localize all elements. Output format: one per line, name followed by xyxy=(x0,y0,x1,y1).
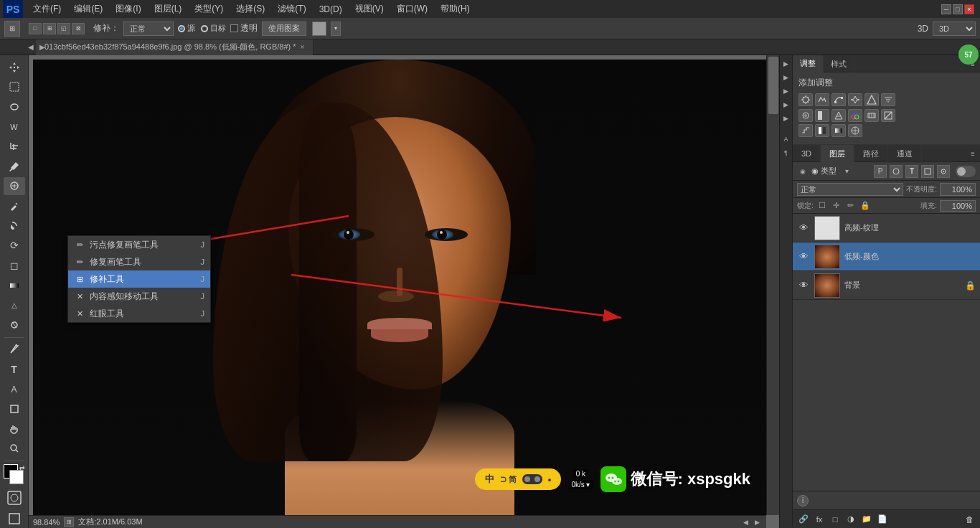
vertical-scrollbar[interactable] xyxy=(766,55,779,515)
heal-tool[interactable] xyxy=(4,177,25,196)
tab-layers[interactable]: 图层 xyxy=(821,145,854,162)
panel-icon-3[interactable]: ▶ xyxy=(781,85,792,97)
target-radio[interactable]: 目标 xyxy=(201,23,226,34)
layer-eye-low[interactable]: 👁 xyxy=(797,250,810,263)
adj-posterize[interactable] xyxy=(798,124,813,137)
adj-exposure[interactable] xyxy=(848,93,862,106)
v-scroll-thumb[interactable] xyxy=(768,57,778,114)
dodge-tool[interactable] xyxy=(4,316,25,334)
panel-icon-6[interactable]: A xyxy=(781,133,792,145)
view-3d-select[interactable]: 3D xyxy=(933,22,976,36)
adj-photofilter[interactable] xyxy=(831,109,846,122)
color-swatches[interactable]: ⇄ xyxy=(4,464,25,484)
layer-kind-select[interactable]: ▾ xyxy=(841,166,852,177)
tab-scroll-right[interactable]: ▶ xyxy=(37,39,47,55)
source-radio[interactable]: 源 xyxy=(178,23,195,34)
adj-threshold[interactable] xyxy=(815,124,829,137)
menu-filter[interactable]: 滤镜(T) xyxy=(272,1,311,16)
rect-opt3[interactable]: ◱ xyxy=(57,23,70,34)
filter-smart[interactable] xyxy=(937,165,950,178)
panel-icon-2[interactable]: ▶ xyxy=(781,72,792,83)
lock-icon-lock[interactable]: 🔒 xyxy=(859,200,871,212)
zoom-tool[interactable] xyxy=(4,440,25,458)
zoom-icon[interactable]: ⊞ xyxy=(64,517,74,527)
adj-bw[interactable] xyxy=(815,109,829,122)
tab-scroll-left[interactable]: ◀ xyxy=(26,39,36,55)
screen-mode-btn[interactable] xyxy=(4,509,25,528)
transparent-check[interactable]: 透明 xyxy=(230,22,258,34)
quick-select-tool[interactable]: W xyxy=(4,118,25,136)
menu-file[interactable]: 文件(F) xyxy=(27,1,67,16)
hand-tool[interactable] xyxy=(4,420,25,438)
history-brush-tool[interactable]: ⟳ xyxy=(4,236,25,255)
pattern-dropdown[interactable]: ▾ xyxy=(331,22,341,36)
blend-mode-dropdown[interactable]: 正常 xyxy=(797,183,903,196)
ctx-patch[interactable]: ⊞ 修补工具 J xyxy=(68,270,210,288)
layer-high-freq[interactable]: 👁 高频-纹理 xyxy=(793,214,980,242)
file-tab[interactable]: 013cbf56ed43eb32f875a94488e9f6.jpg @ 98.… xyxy=(36,39,314,55)
lock-icon-move[interactable]: ✛ xyxy=(831,200,842,212)
gradient-tool[interactable] xyxy=(4,276,25,295)
fill-value[interactable]: 100% xyxy=(940,200,976,212)
layer-eye-bg[interactable]: 👁 xyxy=(797,279,810,292)
shape-tool[interactable] xyxy=(4,400,25,418)
lasso-tool[interactable] xyxy=(4,98,25,116)
style-tab[interactable]: 样式 xyxy=(824,55,854,72)
adj-colorlookup[interactable] xyxy=(864,109,879,122)
nav-prev[interactable]: ◀ xyxy=(740,517,750,527)
menu-window[interactable]: 窗口(W) xyxy=(391,1,433,16)
new-group-btn[interactable]: 📁 xyxy=(860,513,873,526)
move-tool[interactable] xyxy=(4,58,25,77)
tab-channels[interactable]: 通道 xyxy=(888,145,922,162)
ctx-content-aware[interactable]: ✕ 内容感知移动工具 J xyxy=(68,288,210,305)
menu-type[interactable]: 类型(Y) xyxy=(189,1,229,16)
layer-low-freq[interactable]: 👁 低频-颜色 xyxy=(793,242,980,271)
menu-help[interactable]: 帮助(H) xyxy=(435,1,476,16)
tab-paths[interactable]: 路径 xyxy=(854,145,888,162)
filter-type[interactable]: T xyxy=(905,165,918,178)
crop-tool[interactable] xyxy=(4,137,25,156)
adj-vibrance[interactable] xyxy=(864,93,879,106)
panel-icon-5[interactable]: ▶ xyxy=(781,113,792,124)
rect-opt[interactable]: □ xyxy=(29,23,42,34)
layer-bg[interactable]: 👁 背景 🔒 xyxy=(793,271,980,300)
swap-colors-icon[interactable]: ⇄ xyxy=(19,464,25,471)
adj-brightness[interactable] xyxy=(798,93,813,106)
adj-colorbalance[interactable] xyxy=(798,109,813,122)
nav-next[interactable]: ▶ xyxy=(752,517,762,527)
minimize-btn[interactable]: ─ xyxy=(941,4,951,14)
filter-toggle[interactable] xyxy=(956,166,976,177)
blend-mode-select[interactable]: 正常 xyxy=(123,22,174,36)
menu-select[interactable]: 选择(S) xyxy=(230,1,270,16)
tab-3d[interactable]: 3D xyxy=(793,145,821,162)
adj-invert[interactable] xyxy=(881,109,895,122)
layers-panel-menu[interactable]: ≡ xyxy=(966,145,980,162)
background-color[interactable] xyxy=(9,470,24,484)
adj-levels[interactable] xyxy=(815,93,829,106)
clone-stamp-tool[interactable] xyxy=(4,217,25,235)
restore-btn[interactable]: □ xyxy=(953,4,963,14)
rect-opt4[interactable]: ⊠ xyxy=(72,23,85,34)
lock-icon-art[interactable]: ✏ xyxy=(845,200,857,212)
new-adj-btn[interactable]: ◑ xyxy=(844,513,857,526)
quick-mask-btn[interactable] xyxy=(4,489,25,507)
add-mask-btn[interactable]: □ xyxy=(829,513,842,526)
use-pattern-btn[interactable]: 使用图案 xyxy=(262,22,306,36)
eraser-tool[interactable]: ◻ xyxy=(4,256,25,275)
ctx-red-eye[interactable]: ✕ 红眼工具 J xyxy=(68,305,210,322)
filter-adjustment[interactable] xyxy=(890,165,903,178)
menu-3d[interactable]: 3D(D) xyxy=(314,3,348,16)
adj-tab[interactable]: 调整 xyxy=(793,55,824,72)
filter-pixel[interactable]: P xyxy=(874,165,887,178)
eyedropper-tool[interactable] xyxy=(4,157,25,176)
tab-close-btn[interactable]: × xyxy=(301,43,305,51)
adj-selectivecolor[interactable] xyxy=(848,124,862,137)
panel-icon-4[interactable]: ▶ xyxy=(781,99,792,110)
pen-tool[interactable] xyxy=(4,341,25,359)
marquee-tool[interactable] xyxy=(4,78,25,97)
path-select-tool[interactable]: A xyxy=(4,380,25,399)
menu-layer[interactable]: 图层(L) xyxy=(149,1,188,16)
ctx-spot-heal[interactable]: ✏ 污点修复画笔工具 J xyxy=(68,236,210,253)
type-tool[interactable]: T xyxy=(4,360,25,379)
canvas-content[interactable]: ✏ 污点修复画笔工具 J ✏ 修复画笔工具 J ⊞ 修补工具 J xyxy=(33,60,766,515)
